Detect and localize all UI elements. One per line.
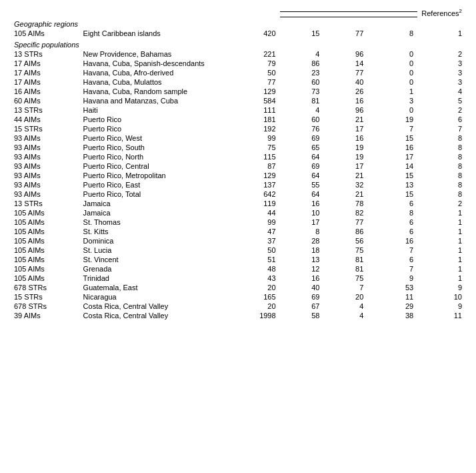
cell-type: 13 STRs	[10, 49, 79, 59]
cell-african: 26	[323, 87, 367, 96]
cell-ref: 9	[417, 302, 466, 311]
table-row: 105 AIMsDominica372856161	[10, 236, 466, 246]
cell-ref: 1	[417, 227, 466, 236]
cell-european: 64	[280, 171, 324, 180]
cell-ref: 4	[417, 87, 466, 96]
cell-amerindian: 14	[367, 161, 417, 171]
cell-european: 16	[280, 199, 324, 208]
cell-type: 105 AIMs	[10, 29, 79, 38]
cell-population: Havana, Cuba, Spanish-descendants	[79, 59, 217, 68]
cell-african: 86	[323, 227, 367, 236]
cell-amerindian: 1	[367, 87, 417, 96]
cell-population: Puerto Rico, East	[79, 180, 217, 189]
cell-population: Guatemala, East	[79, 283, 217, 292]
cell-european: 65	[280, 143, 324, 152]
cell-indiv: 75	[217, 143, 279, 152]
table-row: 105 AIMsGrenada48128171	[10, 264, 466, 274]
cell-indiv: 584	[217, 96, 279, 105]
cell-ref: 8	[417, 189, 466, 199]
cell-african: 21	[323, 115, 367, 124]
cell-european: 15	[280, 29, 324, 38]
table-row: 13 STRsHaiti11149602	[10, 105, 466, 115]
cell-ref: 1	[417, 246, 466, 255]
cell-african: 21	[323, 189, 367, 199]
cell-population: New Providence, Bahamas	[79, 49, 217, 59]
cell-european: 12	[280, 264, 324, 274]
cell-ref: 3	[417, 59, 466, 68]
table-row: 105 AIMsJamaica44108281	[10, 208, 466, 217]
cell-population: St. Lucia	[79, 246, 217, 255]
cell-population: Puerto Rico	[79, 115, 217, 124]
cell-population: Grenada	[79, 264, 217, 274]
cell-population: Havana, Cuba, Mulattos	[79, 77, 217, 87]
cell-indiv: 37	[217, 236, 279, 246]
cell-european: 17	[280, 217, 324, 227]
cell-ref: 11	[417, 311, 466, 320]
cell-indiv: 181	[217, 115, 279, 124]
table-row: 17 AIMsHavana, Cuba, Mulattos77604003	[10, 77, 466, 87]
cell-population: Jamaica	[79, 199, 217, 208]
cell-african: 75	[323, 274, 367, 283]
table-row: 105 AIMsSt. Kitts4788661	[10, 227, 466, 236]
cell-european: 8	[280, 227, 324, 236]
cell-european: 73	[280, 87, 324, 96]
cell-indiv: 137	[217, 180, 279, 189]
cell-population: Trinidad	[79, 274, 217, 283]
col-header-type	[10, 7, 79, 17]
cell-indiv: 47	[217, 227, 279, 236]
cell-african: 77	[323, 68, 367, 77]
cell-type: 17 AIMs	[10, 77, 79, 87]
cell-amerindian: 38	[367, 311, 417, 320]
cell-type: 93 AIMs	[10, 171, 79, 180]
cell-population: Costa Rica, Central Valley	[79, 302, 217, 311]
cell-african: 16	[323, 133, 367, 143]
cell-ref: 8	[417, 171, 466, 180]
cell-european: 64	[280, 189, 324, 199]
cell-population: Puerto Rico	[79, 124, 217, 133]
cell-amerindian: 15	[367, 133, 417, 143]
cell-type: 105 AIMs	[10, 217, 79, 227]
cell-african: 40	[323, 77, 367, 87]
cell-indiv: 43	[217, 274, 279, 283]
cell-african: 56	[323, 236, 367, 246]
cell-population: St. Kitts	[79, 227, 217, 236]
cell-african: 75	[323, 246, 367, 255]
cell-type: 93 AIMs	[10, 189, 79, 199]
cell-type: 105 AIMs	[10, 246, 79, 255]
cell-european: 60	[280, 115, 324, 124]
cell-population: Dominica	[79, 236, 217, 246]
cell-type: 15 STRs	[10, 124, 79, 133]
cell-population: Costa Rica, Central Valley	[79, 311, 217, 320]
cell-type: 17 AIMs	[10, 59, 79, 68]
cell-ref: 1	[417, 217, 466, 227]
cell-amerindian: 13	[367, 180, 417, 189]
cell-european: 28	[280, 236, 324, 246]
cell-indiv: 111	[217, 105, 279, 115]
cell-population: Havana and Matanzas, Cuba	[79, 96, 217, 105]
cell-ref: 8	[417, 180, 466, 189]
cell-african: 17	[323, 161, 367, 171]
cell-indiv: 99	[217, 133, 279, 143]
col-header-amerindian	[367, 11, 417, 17]
cell-population: Haiti	[79, 105, 217, 115]
cell-ref: 2	[417, 199, 466, 208]
cell-european: 40	[280, 283, 324, 292]
cell-population: Puerto Rico, Total	[79, 189, 217, 199]
cell-african: 82	[323, 208, 367, 217]
cell-type: 678 STRs	[10, 283, 79, 292]
section-label-row: Geographic regions	[10, 17, 466, 29]
cell-european: 10	[280, 208, 324, 217]
cell-african: 81	[323, 264, 367, 274]
cell-indiv: 129	[217, 87, 279, 96]
cell-ref: 2	[417, 105, 466, 115]
cell-indiv: 1998	[217, 311, 279, 320]
cell-amerindian: 6	[367, 217, 417, 227]
cell-population: Jamaica	[79, 208, 217, 217]
table-row: 105 AIMsSt. Lucia50187571	[10, 246, 466, 255]
table-row: 105 AIMsSt. Thomas99177761	[10, 217, 466, 227]
cell-indiv: 20	[217, 302, 279, 311]
table-row: 93 AIMsPuerto Rico, Metropolitan12964211…	[10, 171, 466, 180]
cell-european: 55	[280, 180, 324, 189]
col-header-indiv	[217, 7, 279, 17]
cell-amerindian: 3	[367, 96, 417, 105]
